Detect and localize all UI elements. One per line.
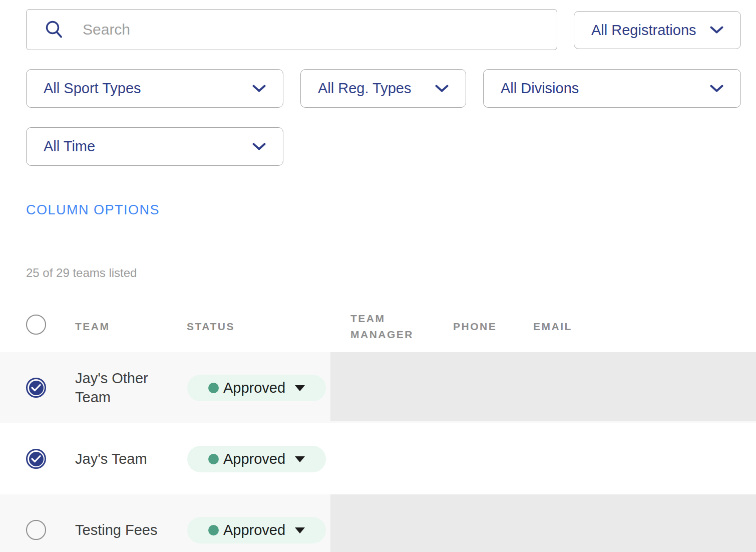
divisions-dropdown[interactable]: All Divisions	[483, 69, 741, 108]
checkmark-icon	[29, 452, 44, 466]
registrations-page: All Registrations All Sport Types All Re…	[0, 0, 756, 552]
chevron-down-icon	[435, 85, 449, 93]
row-details-placeholder	[330, 494, 756, 552]
chevron-down-icon	[252, 85, 266, 93]
registrations-dropdown[interactable]: All Registrations	[574, 11, 741, 49]
column-header-email[interactable]: EMAIL	[533, 301, 572, 352]
team-name[interactable]: Jay's Team	[75, 423, 161, 494]
status-label: Approved	[223, 451, 285, 467]
column-header-team[interactable]: TEAM	[75, 301, 110, 352]
team-name[interactable]: Testing Fees	[75, 494, 161, 552]
table-row: Jay's Other Team Approved	[0, 352, 756, 423]
column-header-status[interactable]: STATUS	[187, 301, 235, 352]
column-header-team-manager[interactable]: TEAM MANAGER	[350, 301, 427, 352]
caret-down-icon	[295, 456, 305, 462]
column-options-link[interactable]: COLUMN OPTIONS	[26, 202, 160, 218]
status-badge[interactable]: Approved	[187, 517, 326, 543]
caret-down-icon	[295, 385, 305, 391]
checkmark-icon	[29, 381, 44, 395]
table-body: Jay's Other Team Approved Jay's Team App…	[0, 352, 756, 552]
teams-count-summary: 25 of 29 teams listed	[26, 266, 137, 280]
row-details-placeholder	[330, 352, 756, 421]
select-all-checkbox[interactable]	[26, 315, 46, 335]
status-dot-icon	[208, 454, 219, 464]
chevron-down-icon	[252, 143, 266, 151]
reg-types-dropdown[interactable]: All Reg. Types	[300, 69, 466, 108]
search-icon	[44, 19, 65, 40]
sport-types-dropdown-label: All Sport Types	[44, 80, 141, 97]
sport-types-dropdown[interactable]: All Sport Types	[26, 69, 283, 108]
table-header: TEAM STATUS TEAM MANAGER PHONE EMAIL	[0, 301, 756, 352]
table-row: Jay's Team Approved	[0, 423, 756, 494]
table-row: Testing Fees Approved	[0, 494, 756, 552]
row-checkbox[interactable]	[26, 520, 46, 540]
status-badge[interactable]: Approved	[187, 375, 326, 401]
time-dropdown-label: All Time	[44, 138, 95, 155]
search-box[interactable]	[26, 9, 557, 50]
registrations-dropdown-label: All Registrations	[591, 22, 696, 39]
status-dot-icon	[208, 525, 219, 535]
status-badge[interactable]: Approved	[187, 446, 326, 472]
chevron-down-icon	[710, 85, 723, 93]
reg-types-dropdown-label: All Reg. Types	[318, 80, 411, 97]
status-label: Approved	[223, 522, 285, 538]
chevron-down-icon	[710, 26, 723, 34]
time-dropdown[interactable]: All Time	[26, 127, 283, 166]
status-label: Approved	[223, 380, 285, 396]
divisions-dropdown-label: All Divisions	[501, 80, 579, 97]
status-dot-icon	[208, 383, 219, 393]
row-checkbox[interactable]	[26, 378, 46, 398]
column-header-phone[interactable]: PHONE	[453, 301, 497, 352]
search-input[interactable]	[83, 21, 545, 38]
row-checkbox[interactable]	[26, 449, 46, 469]
team-name[interactable]: Jay's Other Team	[75, 352, 161, 423]
caret-down-icon	[295, 527, 305, 533]
